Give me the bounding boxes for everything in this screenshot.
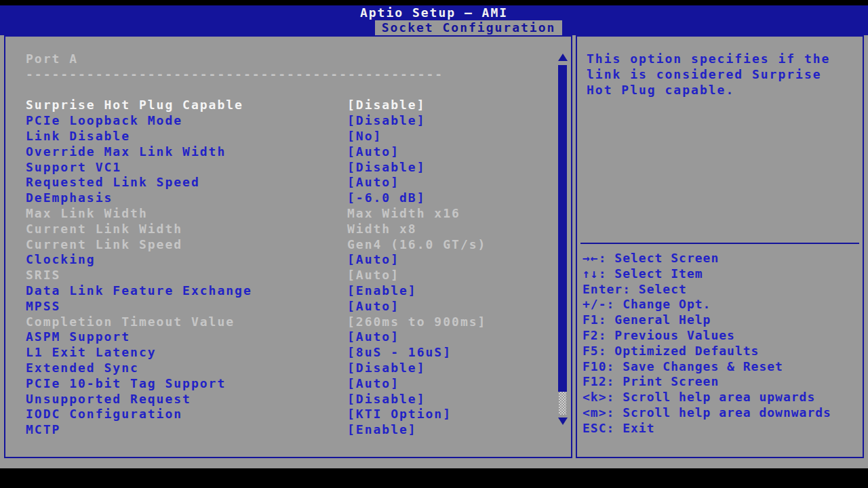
menu-item-max-link-width: Max Link WidthMax Width x16 — [26, 206, 544, 222]
menu-item-value: [Disable] — [347, 361, 426, 376]
menu-item-value: [-6.0 dB] — [347, 190, 426, 206]
menu-item-label: Unsupported Request — [26, 392, 347, 407]
menu-item-label: SRIS — [26, 268, 347, 283]
menu-item-label: Clocking — [26, 252, 347, 268]
menu-item-label: Link Disable — [26, 129, 347, 144]
menu-item-label: MCTP — [26, 422, 347, 438]
menu-item-surprise-hot-plug-capable[interactable]: Surprise Hot Plug Capable[Disable] — [26, 98, 544, 113]
menu-item-iodc-configuration[interactable]: IODC Configuration[KTI Option] — [26, 407, 544, 422]
help-text-line: link is considered Surprise — [587, 67, 830, 83]
help-divider — [580, 243, 859, 244]
menu-item-deemphasis[interactable]: DeEmphasis[-6.0 dB] — [26, 190, 544, 206]
scroll-up-arrow-icon[interactable] — [558, 54, 568, 61]
section-separator: ----------------------------------------… — [26, 67, 544, 83]
app-title: Aptio Setup – AMI — [360, 5, 508, 20]
menu-item-label: Requested Link Speed — [26, 175, 347, 190]
key-legend-line: F5: Optimized Defaults — [583, 344, 831, 359]
title-bar: Aptio Setup – AMI — [0, 5, 868, 20]
menu-item-label: IODC Configuration — [26, 407, 347, 422]
menu-item-label: Current Link Width — [26, 222, 347, 237]
key-legend-line: ESC: Exit — [583, 421, 831, 436]
menu-item-value: [Disable] — [347, 392, 426, 407]
tab-bar: Socket Configuration — [0, 20, 868, 35]
menu-item-value: [Disable] — [347, 98, 426, 113]
menu-item-current-link-speed: Current Link SpeedGen4 (16.0 GT/s) — [26, 237, 544, 253]
menu-item-completion-timeout-value: Completion Timeout Value[260ms to 900ms] — [26, 314, 544, 330]
key-legend-line: +/-: Change Opt. — [583, 297, 831, 312]
scrollbar-thumb[interactable] — [558, 65, 567, 392]
key-legend-line: F10: Save Changes & Reset — [583, 359, 831, 375]
key-legend-line: F1: General Help — [583, 312, 831, 328]
menu-item-value: [Auto] — [347, 144, 399, 160]
menu-item-label: Completion Timeout Value — [26, 314, 347, 330]
menu-item-value: [Auto] — [347, 299, 399, 314]
menu-item-label: L1 Exit Latency — [26, 345, 347, 361]
help-text-line: This option specifies if the — [587, 52, 830, 67]
help-panel: This option specifies if thelink is cons… — [576, 35, 864, 458]
tab-socket-configuration[interactable]: Socket Configuration — [375, 20, 562, 35]
help-text: This option specifies if thelink is cons… — [587, 52, 830, 98]
menu-item-label: Max Link Width — [26, 206, 347, 222]
menu-item-override-max-link-width[interactable]: Override Max Link Width[Auto] — [26, 144, 544, 160]
menu-item-unsupported-request[interactable]: Unsupported Request[Disable] — [26, 392, 544, 407]
key-legend-line: →←: Select Screen — [583, 251, 831, 266]
menu-item-label: Surprise Hot Plug Capable — [26, 98, 347, 113]
menu-item-extended-sync[interactable]: Extended Sync[Disable] — [26, 361, 544, 376]
menu-item-link-disable[interactable]: Link Disable[No] — [26, 129, 544, 144]
main-area: Port A ---------------------------------… — [0, 35, 868, 468]
menu-item-mpss[interactable]: MPSS[Auto] — [26, 299, 544, 314]
menu-item-label: PCIe Loopback Mode — [26, 113, 347, 129]
menu-item-value: [Enable] — [347, 283, 417, 299]
menu-item-value: [Auto] — [347, 329, 399, 345]
menu-item-label: Data Link Feature Exchange — [26, 283, 347, 299]
tab-label: Socket Configuration — [382, 20, 556, 35]
menu-item-value: Gen4 (16.0 GT/s) — [347, 237, 486, 253]
scroll-down-arrow-icon[interactable] — [558, 418, 568, 425]
menu-item-pcie-10-bit-tag-support[interactable]: PCIe 10-bit Tag Support[Auto] — [26, 376, 544, 392]
menu-item-clocking[interactable]: Clocking[Auto] — [26, 252, 544, 268]
settings-panel: Port A ---------------------------------… — [4, 35, 572, 458]
menu-item-requested-link-speed[interactable]: Requested Link Speed[Auto] — [26, 175, 544, 190]
menu-item-label: Override Max Link Width — [26, 144, 347, 160]
menu-item-label: ASPM Support — [26, 329, 347, 345]
menu-item-value: [KTI Option] — [347, 407, 452, 422]
menu-item-label: DeEmphasis — [26, 190, 347, 206]
menu-item-value: [8uS - 16uS] — [347, 345, 452, 361]
menu-item-value: [Auto] — [347, 376, 399, 392]
menu-item-label: PCIe 10-bit Tag Support — [26, 376, 347, 392]
menu-item-value: [Disable] — [347, 113, 426, 129]
key-legend-line: <m>: Scroll help area downwards — [583, 405, 831, 421]
menu-item-value: [Disable] — [347, 160, 426, 176]
menu-item-label: MPSS — [26, 299, 347, 314]
menu-item-pcie-loopback-mode[interactable]: PCIe Loopback Mode[Disable] — [26, 113, 544, 129]
key-legend-line: ↑↓: Select Item — [583, 266, 831, 282]
menu-item-value: Max Width x16 — [347, 206, 460, 222]
menu-item-support-vc1[interactable]: Support VC1[Disable] — [26, 160, 544, 176]
menu-item-value: [Enable] — [347, 422, 417, 438]
menu-item-label: Current Link Speed — [26, 237, 347, 253]
menu-item-current-link-width: Current Link WidthWidth x8 — [26, 222, 544, 237]
key-legend-line: F12: Print Screen — [583, 374, 831, 390]
key-legend-line: F2: Previous Values — [583, 328, 831, 344]
menu-item-value: [260ms to 900ms] — [347, 314, 486, 330]
scrollbar — [557, 37, 568, 455]
bios-setup-screen: Aptio Setup – AMI Socket Configuration P… — [0, 0, 868, 488]
menu-item-value: [Auto] — [347, 252, 399, 268]
menu-item-value: [Auto] — [347, 175, 399, 190]
menu-item-data-link-feature-exchange[interactable]: Data Link Feature Exchange[Enable] — [26, 283, 544, 299]
menu-item-aspm-support[interactable]: ASPM Support[Auto] — [26, 329, 544, 345]
menu-item-l1-exit-latency[interactable]: L1 Exit Latency[8uS - 16uS] — [26, 345, 544, 361]
scrollbar-track[interactable] — [559, 392, 566, 415]
key-legend-line: <k>: Scroll help area upwards — [583, 390, 831, 405]
menu-item-mctp[interactable]: MCTP[Enable] — [26, 422, 544, 438]
settings-list: Port A ---------------------------------… — [26, 52, 544, 438]
help-text-line: Hot Plug capable. — [587, 83, 830, 98]
menu-item-value: [No] — [347, 129, 382, 144]
key-legend: →←: Select Screen↑↓: Select ItemEnter: S… — [583, 251, 831, 436]
menu-item-label: Extended Sync — [26, 361, 347, 376]
section-title: Port A — [26, 52, 544, 67]
blank-line — [26, 83, 544, 98]
key-legend-line: Enter: Select — [583, 282, 831, 298]
menu-item-value: Width x8 — [347, 222, 417, 237]
menu-item-value: [Auto] — [347, 268, 399, 283]
